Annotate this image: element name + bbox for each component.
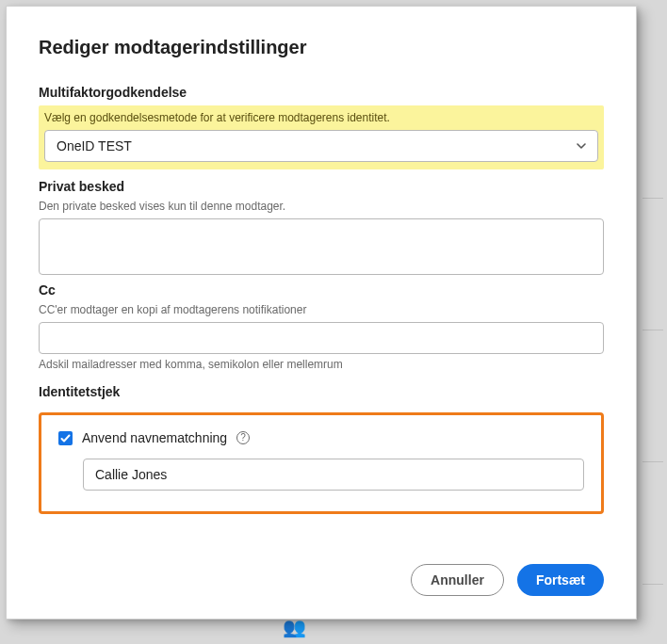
- name-matching-label: Anvend navnematchning: [82, 430, 227, 445]
- identity-section-label: Identitetstjek: [39, 384, 604, 399]
- name-matching-checkbox[interactable]: [58, 431, 73, 445]
- mfa-selected-value: OneID TEST: [57, 138, 132, 153]
- mfa-section-label: Multifaktorgodkendelse: [39, 85, 604, 100]
- continue-button[interactable]: Fortsæt: [517, 564, 604, 596]
- backdrop-grid: [639, 0, 667, 644]
- mfa-method-select[interactable]: OneID TEST: [44, 130, 598, 162]
- identity-highlight-frame: Anvend navnematchning ?: [39, 412, 604, 514]
- private-message-hint: Den private besked vises kun til denne m…: [39, 200, 604, 213]
- mfa-method-select-wrap: OneID TEST: [44, 130, 598, 162]
- help-icon[interactable]: ?: [236, 431, 250, 444]
- modal-footer: Annuller Fortsæt: [39, 545, 604, 596]
- mfa-highlight-area: Vælg en godkendelsesmetode for at verifi…: [39, 105, 604, 169]
- cc-input[interactable]: [39, 322, 604, 354]
- cc-below-hint: Adskil mailadresser med komma, semikolon…: [39, 358, 604, 371]
- edit-recipient-settings-modal: Rediger modtagerindstillinger Multifakto…: [6, 6, 637, 620]
- cancel-button[interactable]: Annuller: [411, 564, 504, 596]
- private-message-input[interactable]: [39, 218, 604, 275]
- mfa-hint: Vælg en godkendelsesmetode for at verifi…: [44, 111, 598, 124]
- cc-section-label: Cc: [39, 282, 604, 298]
- private-message-section-label: Privat besked: [39, 179, 604, 194]
- modal-title: Rediger modtagerindstillinger: [39, 37, 604, 58]
- name-matching-row: Anvend navnematchning ?: [58, 430, 584, 445]
- name-matching-input[interactable]: [83, 459, 584, 491]
- cc-hint: CC'er modtager en kopi af modtagerens no…: [39, 303, 604, 316]
